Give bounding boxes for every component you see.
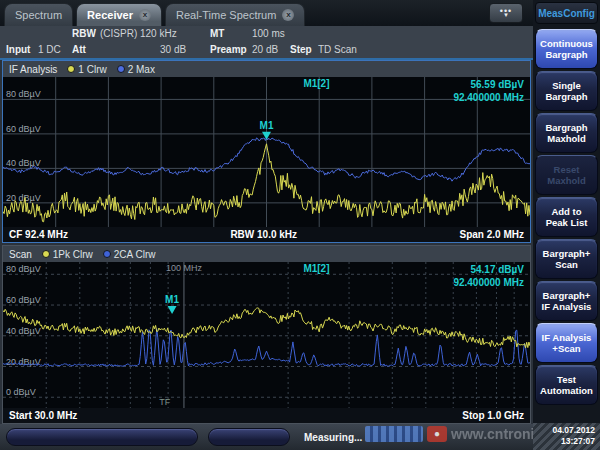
scan-panel: Scan 1Pk Clrw 2CA Clrw 100 MHz80 dBµV60 … bbox=[2, 245, 531, 424]
legend-label: 2 Max bbox=[128, 64, 155, 75]
measuring-status: Measuring... bbox=[304, 432, 362, 443]
legend-label: 1 Clrw bbox=[78, 64, 106, 75]
softkey-bargraph-if-analysis[interactable]: Bargraph+ IF Analysis bbox=[535, 281, 598, 321]
marker-frequency: 92.400000 MHz bbox=[453, 91, 524, 104]
status-button-2[interactable] bbox=[208, 428, 290, 446]
start-frequency-field[interactable]: Start 30.0 MHz bbox=[9, 410, 77, 421]
rbw-label: RBW bbox=[72, 28, 96, 39]
svg-text:100 MHz: 100 MHz bbox=[166, 263, 203, 273]
if-analysis-panel: IF Analysis 1 Clrw 2 Max 80 dBµV60 dBµV4… bbox=[2, 60, 531, 243]
trace2-color-dot-icon bbox=[117, 65, 125, 73]
tab-receiver[interactable]: Receiver x bbox=[76, 3, 162, 26]
softkey-test-automation[interactable]: Test Automation bbox=[535, 365, 598, 405]
step-value[interactable]: TD Scan bbox=[318, 44, 357, 55]
preamp-value[interactable]: 20 dB bbox=[252, 44, 278, 55]
legend-label: 2CA Clrw bbox=[114, 249, 156, 260]
att-value[interactable]: 30 dB bbox=[160, 44, 186, 55]
svg-text:60 dBµV: 60 dBµV bbox=[6, 124, 41, 134]
marker-readout: 54.17 dBµV 92.400000 MHz bbox=[453, 263, 524, 289]
watermark-logo-icon: ● bbox=[427, 426, 447, 442]
status-button-1[interactable] bbox=[6, 428, 198, 446]
tab-label: Spectrum bbox=[15, 9, 62, 21]
softkey-continuous-bargraph[interactable]: Continuous Bargraph bbox=[535, 29, 598, 69]
rbw-value[interactable]: (CISPR) 120 kHz bbox=[100, 28, 177, 39]
legend-label: 1Pk Clrw bbox=[53, 249, 93, 260]
center-frequency-field[interactable]: CF 92.4 MHz bbox=[9, 229, 68, 240]
softkey-menu-title: MeasConfig bbox=[535, 2, 598, 24]
svg-text:0 dBµV: 0 dBµV bbox=[6, 387, 36, 397]
close-icon[interactable]: x bbox=[139, 9, 151, 21]
stop-frequency-field[interactable]: Stop 1.0 GHz bbox=[462, 410, 524, 421]
tab-label: Receiver bbox=[87, 9, 133, 21]
if-analysis-title-bar: IF Analysis 1 Clrw 2 Max bbox=[3, 61, 530, 77]
settings-header: RBW (CISPR) 120 kHz MT 100 ms Input 1 DC… bbox=[0, 26, 533, 60]
trace1-color-dot-icon bbox=[42, 250, 50, 258]
chevron-down-icon: ▼ bbox=[503, 14, 509, 18]
mt-value[interactable]: 100 ms bbox=[252, 28, 285, 39]
input-label: Input bbox=[6, 44, 30, 55]
trace1-color-dot-icon bbox=[67, 65, 75, 73]
preamp-label: Preamp bbox=[210, 44, 247, 55]
softkey-bargraph-maxhold[interactable]: Bargraph Maxhold bbox=[535, 113, 598, 153]
watermark-bars-icon bbox=[365, 426, 423, 442]
datetime-display: 04.07.2012 13:27:07 bbox=[533, 423, 600, 450]
if-analysis-plot[interactable]: 80 dBµV60 dBµV40 dBµV20 dBµVM1 M1[2] 56.… bbox=[3, 77, 530, 227]
svg-text:60 dBµV: 60 dBµV bbox=[6, 295, 41, 305]
legend-trace1[interactable]: 1 Clrw bbox=[67, 64, 106, 75]
marker-level: 54.17 dBµV bbox=[453, 263, 524, 276]
tab-label: Real-Time Spectrum bbox=[176, 9, 276, 21]
softkey-single-bargraph[interactable]: Single Bargraph bbox=[535, 71, 598, 111]
marker-frequency: 92.400000 MHz bbox=[453, 276, 524, 289]
softkey-reset-maxhold: Reset Maxhold bbox=[535, 155, 598, 195]
svg-text:M1: M1 bbox=[260, 120, 274, 131]
softkey-sidebar: MeasConfig Continuous Bargraph Single Ba… bbox=[533, 0, 600, 450]
tab-bar: Spectrum Receiver x Real-Time Spectrum x… bbox=[0, 0, 533, 26]
panel-title: Scan bbox=[9, 249, 32, 260]
tab-overflow-button[interactable]: ••• ▼ bbox=[489, 3, 523, 23]
softkey-list: Continuous Bargraph Single Bargraph Barg… bbox=[535, 29, 598, 405]
marker-id-readout: M1[2] bbox=[303, 263, 329, 274]
date-text: 04.07.2012 bbox=[533, 425, 595, 436]
softkey-if-analysis-scan[interactable]: IF Analysis +Scan bbox=[535, 323, 598, 363]
tab-spectrum[interactable]: Spectrum bbox=[4, 3, 73, 26]
time-text: 13:27:07 bbox=[533, 436, 595, 447]
if-analysis-footer: CF 92.4 MHz RBW 10.0 kHz Span 2.0 MHz bbox=[3, 227, 530, 242]
legend-trace2[interactable]: 2 Max bbox=[117, 64, 155, 75]
panel-title: IF Analysis bbox=[9, 64, 57, 75]
span-field[interactable]: Span 2.0 MHz bbox=[460, 229, 524, 240]
svg-text:80 dBµV: 80 dBµV bbox=[6, 89, 41, 99]
legend-trace2[interactable]: 2CA Clrw bbox=[103, 249, 156, 260]
instrument-screen: Spectrum Receiver x Real-Time Spectrum x… bbox=[0, 0, 600, 450]
legend-trace1[interactable]: 1Pk Clrw bbox=[42, 249, 93, 260]
step-label: Step bbox=[290, 44, 312, 55]
softkey-bargraph-scan[interactable]: Bargraph+ Scan bbox=[535, 239, 598, 279]
rbw-field[interactable]: RBW 10.0 kHz bbox=[68, 229, 460, 240]
softkey-add-to-peak-list[interactable]: Add to Peak List bbox=[535, 197, 598, 237]
svg-text:40 dBµV: 40 dBµV bbox=[6, 326, 41, 336]
tab-real-time-spectrum[interactable]: Real-Time Spectrum x bbox=[165, 3, 305, 26]
scan-plot[interactable]: 100 MHz80 dBµV60 dBµV40 dBµV20 dBµV0 dBµ… bbox=[3, 262, 530, 408]
scan-footer: Start 30.0 MHz Stop 1.0 GHz bbox=[3, 408, 530, 423]
marker-readout: 56.59 dBµV 92.400000 MHz bbox=[453, 78, 524, 104]
svg-text:80 dBµV: 80 dBµV bbox=[6, 264, 41, 274]
input-value[interactable]: 1 DC bbox=[38, 44, 61, 55]
svg-text:20 dBµV: 20 dBµV bbox=[6, 193, 41, 203]
svg-text:M1: M1 bbox=[165, 294, 179, 305]
marker-id-readout: M1[2] bbox=[303, 78, 329, 89]
svg-text:TF: TF bbox=[159, 397, 170, 407]
scan-title-bar: Scan 1Pk Clrw 2CA Clrw bbox=[3, 246, 530, 262]
att-label: Att bbox=[72, 44, 86, 55]
mt-label: MT bbox=[210, 28, 224, 39]
status-bar: Measuring... ● www.cntronics.com bbox=[0, 424, 533, 450]
trace2-color-dot-icon bbox=[103, 250, 111, 258]
marker-level: 56.59 dBµV bbox=[453, 78, 524, 91]
close-icon[interactable]: x bbox=[282, 9, 294, 21]
